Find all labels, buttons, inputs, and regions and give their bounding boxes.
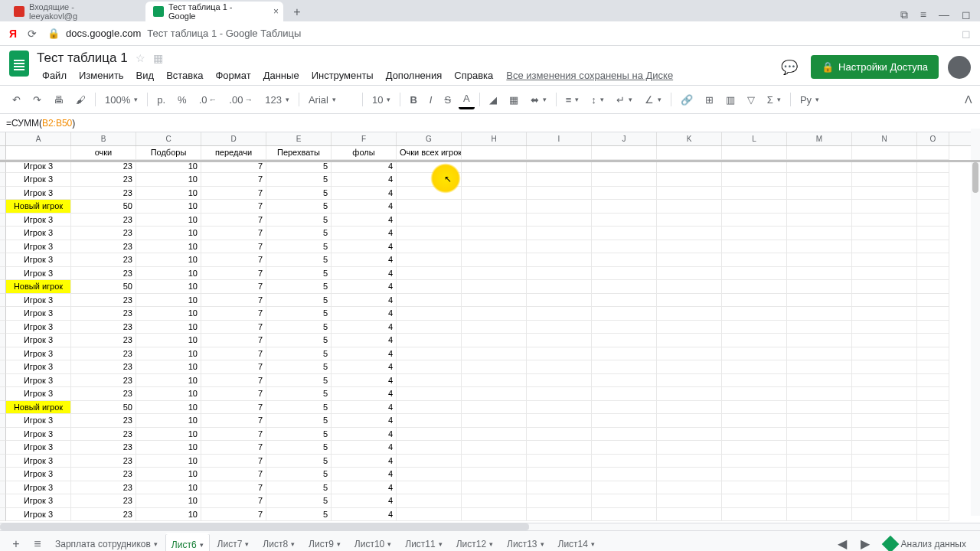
cell[interactable] xyxy=(722,267,787,281)
cell[interactable]: Игрок 3 xyxy=(6,240,71,254)
cell[interactable] xyxy=(722,414,787,428)
cell[interactable]: 7 xyxy=(201,253,266,267)
cell[interactable]: 7 xyxy=(201,401,266,415)
bookmark-icon[interactable]: ◻ xyxy=(962,28,971,40)
cell[interactable]: 23 xyxy=(71,468,136,481)
cell[interactable]: 5 xyxy=(266,347,332,361)
row-header[interactable] xyxy=(0,334,6,347)
cell[interactable] xyxy=(527,414,592,428)
folder-icon[interactable]: ▦ xyxy=(153,52,163,64)
hscroll-thumb[interactable] xyxy=(0,523,529,530)
cell[interactable]: 10 xyxy=(136,280,201,294)
cell[interactable]: 23 xyxy=(71,414,136,428)
col-header-L[interactable]: L xyxy=(722,132,787,145)
cell[interactable] xyxy=(527,253,592,267)
share-button[interactable]: 🔒 Настройки Доступа xyxy=(811,55,939,79)
cell[interactable] xyxy=(592,428,657,442)
menu-дополнения[interactable]: Дополнения xyxy=(381,67,448,83)
cell[interactable] xyxy=(852,227,917,240)
row-header[interactable] xyxy=(0,468,6,481)
cell[interactable]: 23 xyxy=(71,360,136,374)
cell[interactable] xyxy=(592,321,657,334)
cell[interactable] xyxy=(917,267,949,281)
cell[interactable]: Игрок 3 xyxy=(6,494,71,508)
cell[interactable]: 10 xyxy=(136,173,201,187)
cell[interactable]: 4 xyxy=(332,200,397,214)
cell[interactable] xyxy=(592,374,657,388)
cell[interactable] xyxy=(787,455,852,468)
cell[interactable] xyxy=(397,455,462,468)
cell[interactable]: 4 xyxy=(332,267,397,281)
cell[interactable] xyxy=(722,374,787,388)
halign-button[interactable]: ≡ xyxy=(561,91,584,109)
cell[interactable] xyxy=(657,387,722,401)
cell[interactable]: 7 xyxy=(201,334,266,347)
cell[interactable] xyxy=(787,267,852,281)
cell[interactable]: 23 xyxy=(71,494,136,508)
cell[interactable] xyxy=(722,455,787,468)
cell[interactable] xyxy=(787,401,852,415)
cell[interactable] xyxy=(657,401,722,415)
cell[interactable] xyxy=(657,455,722,468)
font-size-select[interactable]: 10 xyxy=(368,91,395,109)
cell[interactable] xyxy=(397,347,462,361)
cell[interactable]: 5 xyxy=(266,334,332,347)
cell[interactable]: 10 xyxy=(136,347,201,361)
cell[interactable] xyxy=(592,455,657,468)
col-header-N[interactable]: N xyxy=(852,132,917,145)
cell[interactable] xyxy=(657,360,722,374)
header-cell[interactable]: Очки всех игроков xyxy=(397,146,462,160)
cell[interactable] xyxy=(462,227,527,240)
cell[interactable]: 4 xyxy=(332,441,397,455)
cell[interactable]: 23 xyxy=(71,455,136,468)
cell[interactable]: 23 xyxy=(71,387,136,401)
cell[interactable] xyxy=(592,387,657,401)
cell[interactable] xyxy=(852,253,917,267)
cell[interactable] xyxy=(397,267,462,281)
cell[interactable] xyxy=(462,214,527,227)
document-title[interactable]: Тест таблица 1 xyxy=(37,51,128,66)
cell[interactable]: 4 xyxy=(332,280,397,294)
cell[interactable]: 5 xyxy=(266,494,332,508)
cell[interactable] xyxy=(657,481,722,495)
cell[interactable] xyxy=(787,347,852,361)
menu-icon[interactable]: ≡ xyxy=(920,8,926,21)
merge-button[interactable]: ⬌ xyxy=(526,91,551,109)
cell[interactable] xyxy=(527,334,592,347)
formula-bar[interactable]: =СУММ(B2:B50) xyxy=(0,114,980,132)
row-header[interactable] xyxy=(0,508,6,522)
cell[interactable] xyxy=(657,214,722,227)
col-header-A[interactable]: A xyxy=(6,132,71,145)
cell[interactable]: 10 xyxy=(136,307,201,321)
cell[interactable] xyxy=(397,360,462,374)
row-header[interactable] xyxy=(0,374,6,388)
chevron-down-icon[interactable]: ▾ xyxy=(200,541,204,549)
cell[interactable]: 10 xyxy=(136,294,201,308)
cell[interactable]: 5 xyxy=(266,401,332,415)
cell[interactable] xyxy=(397,508,462,522)
cell[interactable]: Игрок 3 xyxy=(6,187,71,201)
menu-инструменты[interactable]: Инструменты xyxy=(306,67,379,83)
cell[interactable]: 5 xyxy=(266,414,332,428)
cell[interactable]: 10 xyxy=(136,321,201,334)
borders-button[interactable]: ▦ xyxy=(505,91,523,109)
cell[interactable] xyxy=(527,374,592,388)
cell[interactable]: Игрок 3 xyxy=(6,481,71,495)
sheet-tab[interactable]: Лист9▾ xyxy=(302,533,347,552)
cell[interactable] xyxy=(722,214,787,227)
select-all-corner[interactable] xyxy=(0,132,6,145)
cell[interactable]: 4 xyxy=(332,401,397,415)
cell[interactable]: 7 xyxy=(201,267,266,281)
cell[interactable]: 4 xyxy=(332,481,397,495)
cell[interactable]: 4 xyxy=(332,321,397,334)
cell[interactable]: 7 xyxy=(201,387,266,401)
row-header[interactable] xyxy=(0,240,6,254)
cell[interactable]: 10 xyxy=(136,227,201,240)
cell[interactable] xyxy=(462,468,527,481)
cell[interactable] xyxy=(852,494,917,508)
cell[interactable] xyxy=(397,321,462,334)
cell[interactable] xyxy=(657,267,722,281)
cell[interactable] xyxy=(852,414,917,428)
row-header[interactable] xyxy=(0,414,6,428)
cell[interactable]: 4 xyxy=(332,347,397,361)
